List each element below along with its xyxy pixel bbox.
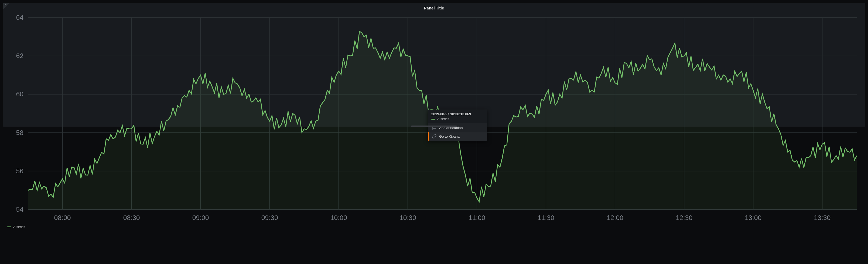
legend-color-swatch xyxy=(7,227,11,227)
svg-text:12:00: 12:00 xyxy=(607,214,623,222)
svg-text:64: 64 xyxy=(16,14,24,21)
chart-legend[interactable]: A-series xyxy=(6,224,862,230)
svg-text:58: 58 xyxy=(16,129,24,136)
tooltip-series-label: A-series xyxy=(437,117,449,121)
tooltip-timestamp: 2019-08-27 10:38:13.069 xyxy=(431,112,484,116)
tooltip-series: A-series xyxy=(431,117,484,121)
svg-text:60: 60 xyxy=(16,90,24,98)
svg-text:11:00: 11:00 xyxy=(468,214,485,222)
svg-line-0 xyxy=(5,4,6,5)
go-to-kibana-menu-item[interactable]: Go to Kibana xyxy=(428,132,487,141)
svg-text:54: 54 xyxy=(16,206,24,213)
legend-series-label: A-series xyxy=(13,225,25,229)
svg-text:13:00: 13:00 xyxy=(745,214,762,222)
panel-title[interactable]: Panel Title xyxy=(6,5,862,12)
svg-text:08:00: 08:00 xyxy=(54,214,71,222)
svg-text:08:30: 08:30 xyxy=(123,214,140,222)
svg-text:56: 56 xyxy=(16,167,24,175)
open-external-icon[interactable] xyxy=(3,3,10,9)
link-icon xyxy=(432,134,436,139)
svg-text:09:00: 09:00 xyxy=(192,214,209,222)
svg-text:13:30: 13:30 xyxy=(814,214,831,222)
svg-text:10:30: 10:30 xyxy=(400,214,416,222)
svg-text:12:30: 12:30 xyxy=(676,214,692,222)
svg-text:10:00: 10:00 xyxy=(331,214,347,222)
time-series-chart[interactable]: 54565860626408:0008:3009:0009:3010:0010:… xyxy=(6,12,862,224)
svg-text:11:30: 11:30 xyxy=(537,214,554,222)
chart-panel: Panel Title 54565860626408:0008:3009:000… xyxy=(3,3,865,127)
horizontal-scroll-indicator[interactable] xyxy=(411,125,457,127)
svg-text:62: 62 xyxy=(16,52,24,59)
add-annotation-menu-item[interactable]: Add annotation xyxy=(428,123,487,132)
series-color-swatch xyxy=(431,119,435,120)
svg-text:09:30: 09:30 xyxy=(261,214,278,222)
go-to-kibana-label: Go to Kibana xyxy=(439,135,460,139)
tooltip-header: 2019-08-27 10:38:13.069 A-series xyxy=(428,110,487,123)
